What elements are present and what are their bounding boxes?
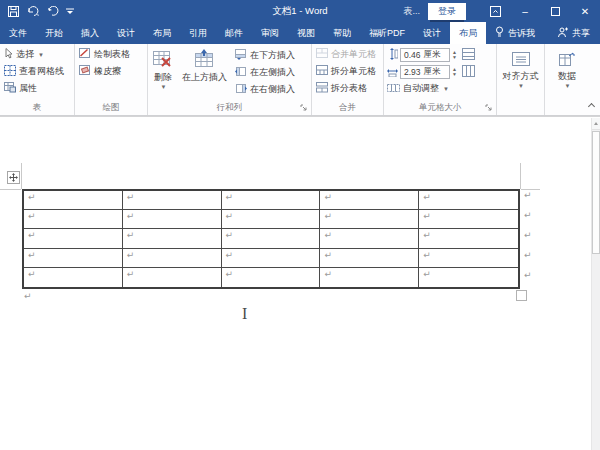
redo-icon[interactable] [47, 6, 59, 17]
group-label-cell-size: 单元格大小 [384, 102, 496, 114]
table-cell[interactable]: ↵ [222, 229, 321, 248]
draw-table-button[interactable]: 绘制表格 [75, 46, 147, 63]
contextual-tabs: 设计布局 [414, 22, 486, 44]
table-cell[interactable]: ↵ [320, 249, 419, 268]
alignment-button[interactable]: 对齐方式 ▼ [499, 46, 543, 98]
insert-above-button[interactable]: 在上方插入 [178, 46, 231, 98]
undo-icon[interactable] [26, 6, 40, 17]
tab-邮件[interactable]: 邮件 [216, 22, 252, 44]
insert-left-button[interactable]: 在左侧插入 [231, 64, 299, 81]
table-cell[interactable]: ↵ [320, 268, 419, 287]
autofit-button[interactable]: 自动调整▼ [384, 80, 496, 97]
collapse-ribbon-icon[interactable] [589, 102, 596, 109]
row-end-marker: ↵ [524, 209, 534, 229]
table-cell[interactable]: ↵ [419, 191, 518, 210]
table-cell[interactable]: ↵ [24, 210, 123, 229]
merge-cells-button[interactable]: 合并单元格 [312, 46, 383, 63]
table-cell[interactable]: ↵ [24, 268, 123, 287]
save-icon[interactable] [8, 6, 19, 17]
minimize-icon[interactable]: – [510, 0, 540, 22]
row-end-marker: ↵ [524, 249, 534, 269]
autofit-icon [387, 82, 400, 95]
row-height-input[interactable]: 0.46厘米 [400, 48, 450, 62]
share-button[interactable]: 共享 [572, 27, 590, 40]
distribute-rows-icon[interactable] [462, 48, 475, 62]
select-cursor-icon [4, 48, 13, 61]
table-cell[interactable]: ↵ [123, 210, 222, 229]
insert-right-button[interactable]: 在右侧插入 [231, 81, 299, 98]
insert-right-icon [235, 83, 247, 96]
table-cell[interactable]: ↵ [24, 229, 123, 248]
tab-引用[interactable]: 引用 [180, 22, 216, 44]
tell-me-button[interactable]: 告诉我 [508, 27, 535, 40]
table-cell[interactable]: ↵ [123, 249, 222, 268]
table-move-handle[interactable] [7, 171, 20, 184]
scrollbar-thumb[interactable] [592, 131, 600, 254]
properties-button[interactable]: 属性 [0, 80, 74, 97]
row-height-spinner[interactable]: ▲▼ [452, 50, 457, 60]
table-cell[interactable]: ↵ [222, 268, 321, 287]
column-width-icon [387, 65, 398, 79]
table-cell[interactable]: ↵ [419, 210, 518, 229]
quick-access-toolbar [0, 6, 74, 17]
tab-福昕PDF[interactable]: 福昕PDF [360, 22, 414, 44]
table-cell[interactable]: ↵ [419, 268, 518, 287]
alignment-icon [512, 52, 530, 70]
column-width-input[interactable]: 2.93厘米 [400, 65, 450, 79]
document-canvas[interactable]: ↵↵↵↵↵↵↵↵↵↵↵↵↵↵↵↵↵↵↵↵↵↵↵↵↵ ↵↵↵↵↵ ↵ I [0, 116, 600, 450]
properties-icon [4, 82, 16, 95]
scroll-up-arrow-icon[interactable] [592, 118, 600, 130]
eraser-button[interactable]: 橡皮擦 [75, 63, 147, 80]
tab-审阅[interactable]: 审阅 [252, 22, 288, 44]
insert-below-button[interactable]: 在下方插入 [231, 47, 299, 64]
customize-quick-access-icon[interactable] [66, 7, 74, 16]
select-button[interactable]: 选择▼ [0, 46, 74, 63]
table-cell[interactable]: ↵ [24, 249, 123, 268]
split-table-button[interactable]: 拆分表格 [312, 80, 383, 97]
split-cells-button[interactable]: 拆分单元格 [312, 63, 383, 80]
margin-cropmark-left-h [0, 189, 21, 190]
column-width-spinner[interactable]: ▲▼ [452, 67, 457, 77]
table-cell[interactable]: ↵ [320, 191, 419, 210]
tab-file[interactable]: 文件 [0, 22, 36, 44]
table-cell[interactable]: ↵ [123, 229, 222, 248]
tab-开始[interactable]: 开始 [36, 22, 72, 44]
table-cell[interactable]: ↵ [419, 249, 518, 268]
table-cell[interactable]: ↵ [123, 191, 222, 210]
data-button[interactable]: 数据 ▼ [554, 46, 580, 98]
view-gridlines-button[interactable]: 查看网格线 [0, 63, 74, 80]
tab-帮助[interactable]: 帮助 [324, 22, 360, 44]
table-cell[interactable]: ↵ [320, 229, 419, 248]
tab-设计[interactable]: 设计 [108, 22, 144, 44]
distribute-columns-icon[interactable] [462, 65, 475, 79]
gridlines-icon [4, 65, 16, 78]
close-icon[interactable]: ✕ [570, 0, 600, 22]
maximize-icon[interactable] [540, 0, 570, 22]
contextual-tab-布局[interactable]: 布局 [450, 22, 486, 44]
vertical-scrollbar[interactable] [591, 118, 600, 450]
table-cell[interactable]: ↵ [320, 210, 419, 229]
tab-视图[interactable]: 视图 [288, 22, 324, 44]
ribbon-display-options-icon[interactable] [480, 0, 510, 22]
split-cells-icon [316, 65, 328, 78]
cell-size-dialog-launcher-icon[interactable] [485, 104, 494, 113]
table-resize-handle[interactable] [516, 290, 527, 301]
table-cell[interactable]: ↵ [222, 191, 321, 210]
row-end-marker: ↵ [524, 269, 534, 289]
ribbon: 选择▼ 查看网格线 属性 表 绘制表格 橡皮擦 绘图 删除 ▼ [0, 44, 600, 116]
row-end-marker: ↵ [524, 189, 534, 209]
rows-columns-dialog-launcher-icon[interactable] [300, 104, 309, 113]
table-cell[interactable]: ↵ [419, 229, 518, 248]
delete-button[interactable]: 删除 ▼ [148, 46, 178, 98]
document-table[interactable]: ↵↵↵↵↵↵↵↵↵↵↵↵↵↵↵↵↵↵↵↵↵↵↵↵↵ [22, 189, 520, 289]
tab-布局[interactable]: 布局 [144, 22, 180, 44]
table-cell[interactable]: ↵ [222, 249, 321, 268]
sign-in-button[interactable]: 登录 [428, 3, 466, 20]
table-cell[interactable]: ↵ [222, 210, 321, 229]
table-cell[interactable]: ↵ [24, 191, 123, 210]
group-label-merge: 合并 [312, 102, 383, 114]
table-cell[interactable]: ↵ [123, 268, 222, 287]
tab-插入[interactable]: 插入 [72, 22, 108, 44]
lightbulb-icon [495, 26, 504, 40]
contextual-tab-设计[interactable]: 设计 [414, 22, 450, 44]
